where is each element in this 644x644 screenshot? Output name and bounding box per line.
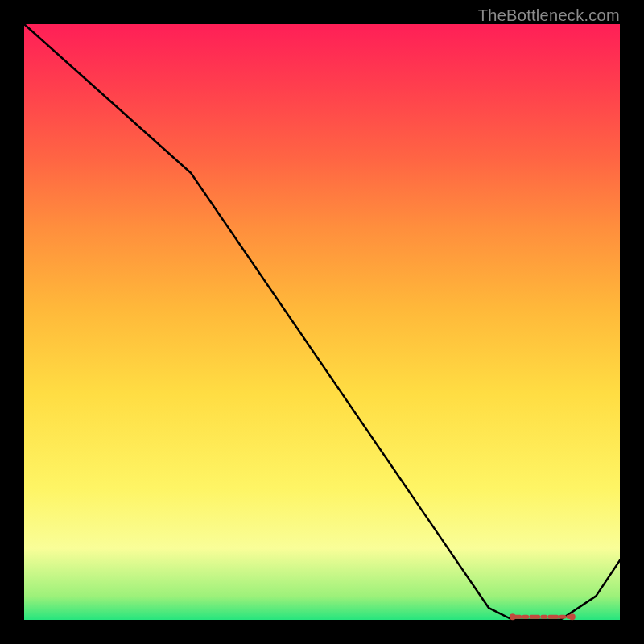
highlight-endpoint-right <box>569 613 576 620</box>
chart-svg <box>24 24 620 620</box>
highlight-endpoint-left <box>510 613 516 620</box>
attribution-text: TheBottleneck.com <box>478 6 620 25</box>
chart-frame: TheBottleneck.com <box>0 0 644 644</box>
chart-series-curve <box>24 24 620 620</box>
line-path <box>24 24 620 620</box>
